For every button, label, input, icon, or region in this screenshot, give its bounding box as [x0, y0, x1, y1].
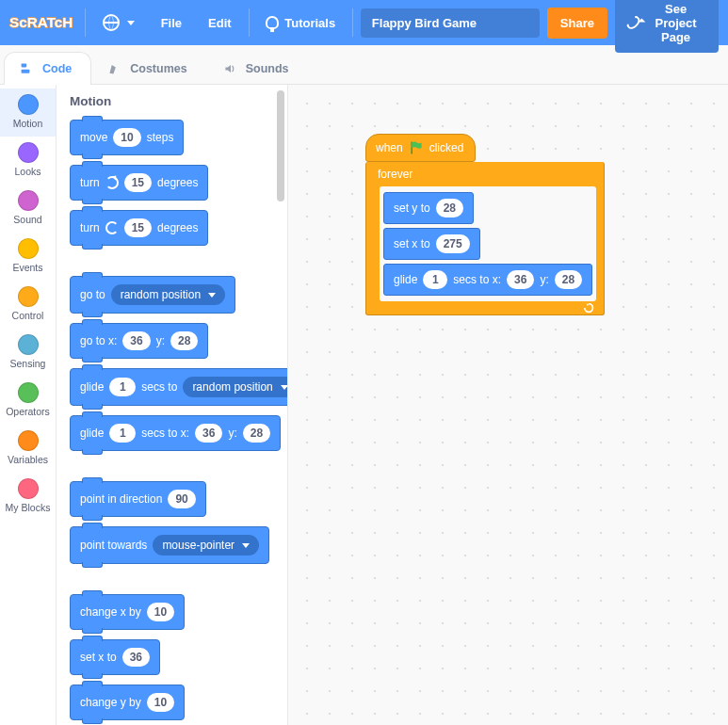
block-palette: Motion move10steps turn15degrees turn15d… [57, 85, 288, 725]
block-glide-xy[interactable]: glide1secs to x:36y:28 [70, 415, 281, 451]
set-x-input[interactable]: 275 [436, 234, 470, 253]
category-label: Events [12, 262, 42, 273]
turn-cw-input[interactable]: 15 [124, 173, 152, 192]
operators-dot-icon [18, 382, 39, 403]
goto-target-dropdown[interactable]: random position [111, 284, 225, 305]
sound-dot-icon [18, 190, 39, 211]
chevron-down-icon [281, 385, 287, 390]
tutorials-button[interactable]: Tutorials [256, 10, 345, 36]
turn-ccw-input[interactable]: 15 [124, 218, 152, 237]
category-motion[interactable]: Motion [0, 89, 56, 137]
tab-costumes[interactable]: Costumes [91, 52, 206, 85]
block-point-direction[interactable]: point in direction90 [70, 481, 206, 517]
tutorials-label: Tutorials [284, 16, 335, 30]
block-when-flag-clicked[interactable]: when clicked [365, 134, 476, 162]
glide-y-input[interactable]: 28 [555, 270, 582, 289]
block-set-x[interactable]: set x to36 [70, 639, 160, 675]
tab-code-label: Code [42, 62, 72, 75]
category-label: Control [12, 310, 44, 321]
forever-body[interactable]: set y to28 set x to275 glide1secs to x:3… [380, 186, 596, 301]
scratch-logo[interactable]: ScRATcH [9, 8, 77, 37]
goto-y-input[interactable]: 28 [170, 331, 198, 350]
loop-arrow-icon [583, 302, 596, 314]
category-sensing[interactable]: Sensing [0, 329, 56, 377]
control-dot-icon [18, 286, 39, 307]
sensing-dot-icon [18, 334, 39, 355]
tab-sounds[interactable]: Sounds [207, 52, 309, 85]
scratch-logo-icon: ScRATcH [9, 10, 77, 35]
code-icon [20, 61, 35, 76]
category-label: Variables [8, 454, 48, 465]
language-menu[interactable] [93, 8, 144, 37]
glide-x-input[interactable]: 36 [507, 270, 534, 289]
block-goto-xy[interactable]: go to x:36y:28 [70, 323, 208, 359]
category-label: My Blocks [6, 502, 51, 513]
category-sound[interactable]: Sound [0, 185, 56, 233]
category-events[interactable]: Events [0, 233, 56, 281]
change-x-input[interactable]: 10 [147, 603, 174, 621]
point-direction-input[interactable]: 90 [168, 490, 195, 508]
see-project-page-button[interactable]: See Project Page [615, 0, 719, 53]
block-goto-menu[interactable]: go torandom position [70, 276, 235, 314]
lightbulb-icon [266, 16, 279, 29]
remix-icon [624, 13, 642, 31]
glide-target-dropdown[interactable]: random position [183, 377, 287, 397]
category-my-blocks[interactable]: My Blocks [0, 473, 56, 521]
glide-secs-input[interactable]: 1 [423, 270, 447, 289]
change-y-input[interactable]: 10 [147, 693, 174, 712]
file-menu[interactable]: File [152, 10, 191, 36]
tab-code[interactable]: Code [4, 52, 91, 85]
share-button[interactable]: Share [547, 8, 607, 39]
glide-x-input[interactable]: 36 [195, 424, 222, 443]
see-project-page-label: See Project Page [646, 2, 705, 44]
block-set-x[interactable]: set x to275 [383, 228, 480, 260]
palette-scrollbar[interactable] [277, 90, 284, 201]
block-category-column: Motion Looks Sound Events Control Sensin… [0, 85, 57, 725]
block-forever[interactable]: forever set y to28 set x to275 glide1sec… [365, 162, 605, 315]
rotate-ccw-icon [105, 221, 119, 234]
category-label: Operators [6, 406, 50, 417]
block-point-towards[interactable]: point towardsmouse-pointer [70, 526, 269, 564]
category-operators[interactable]: Operators [0, 377, 56, 425]
divider [249, 8, 250, 37]
set-x-input[interactable]: 36 [122, 648, 150, 667]
chevron-down-icon [208, 293, 216, 298]
svg-rect-2 [22, 70, 30, 73]
glide-secs-input[interactable]: 1 [109, 424, 136, 443]
block-glide-menu[interactable]: glide1secs torandom position [70, 368, 287, 406]
goto-x-input[interactable]: 36 [122, 331, 150, 350]
palette-scroll[interactable]: Motion move10steps turn15degrees turn15d… [57, 85, 287, 725]
block-change-y[interactable]: change y by10 [70, 685, 185, 720]
script-workspace[interactable]: when clicked forever set y to28 set x to… [288, 85, 728, 725]
project-title-input[interactable] [361, 8, 540, 38]
set-y-input[interactable]: 28 [436, 199, 463, 218]
block-glide-xy[interactable]: glide1secs to x:36y:28 [383, 264, 592, 296]
main-area: Motion Looks Sound Events Control Sensin… [0, 85, 728, 725]
category-variables[interactable]: Variables [0, 425, 56, 473]
script-stack[interactable]: when clicked forever set y to28 set x to… [365, 134, 605, 315]
block-set-y[interactable]: set y to28 [383, 192, 474, 224]
category-control[interactable]: Control [0, 281, 56, 329]
category-looks[interactable]: Looks [0, 137, 56, 185]
block-turn-ccw[interactable]: turn15degrees [70, 210, 208, 246]
edit-menu[interactable]: Edit [199, 10, 241, 36]
block-change-x[interactable]: change x by10 [70, 594, 185, 630]
sounds-icon [223, 61, 238, 76]
point-towards-dropdown[interactable]: mouse-pointer [153, 535, 259, 556]
variables-dot-icon [18, 430, 39, 451]
green-flag-icon [409, 140, 424, 155]
move-steps-input[interactable]: 10 [113, 128, 140, 147]
glide-secs-input[interactable]: 1 [109, 378, 136, 396]
events-dot-icon [18, 238, 39, 259]
forever-bottom [366, 301, 604, 314]
block-move-steps[interactable]: move10steps [70, 120, 184, 155]
tab-sounds-label: Sounds [246, 62, 289, 75]
glide-y-input[interactable]: 28 [243, 424, 270, 443]
category-label: Sensing [10, 358, 46, 369]
block-turn-cw[interactable]: turn15degrees [70, 165, 208, 201]
globe-icon [103, 14, 120, 31]
svg-rect-1 [22, 63, 27, 67]
rotate-cw-icon [105, 176, 119, 189]
category-label: Motion [13, 118, 43, 129]
category-label: Sound [13, 214, 41, 225]
